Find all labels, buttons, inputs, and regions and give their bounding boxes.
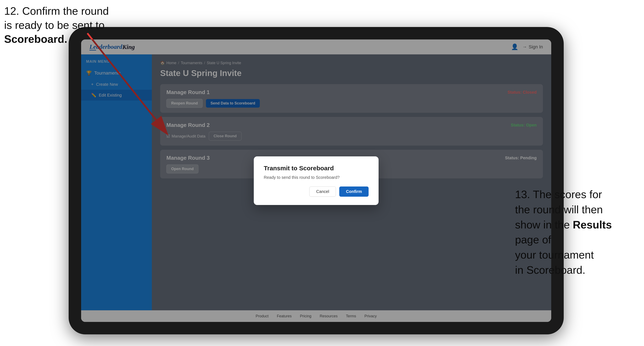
modal-cancel-button[interactable]: Cancel [309,186,336,197]
modal-title: Transmit to Scoreboard [264,165,368,172]
modal-subtitle: Ready to send this round to Scoreboard? [264,175,368,180]
modal-actions: Cancel Confirm [264,186,368,197]
tablet-screen: Leaderboard King 👤 → Sign In MAIN MENU 🏆… [81,39,551,322]
tablet-device: Leaderboard King 👤 → Sign In MAIN MENU 🏆… [69,27,564,334]
transmit-modal: Transmit to Scoreboard Ready to send thi… [254,156,378,205]
modal-overlay: Transmit to Scoreboard Ready to send thi… [81,39,551,322]
modal-confirm-button[interactable]: Confirm [339,186,368,197]
